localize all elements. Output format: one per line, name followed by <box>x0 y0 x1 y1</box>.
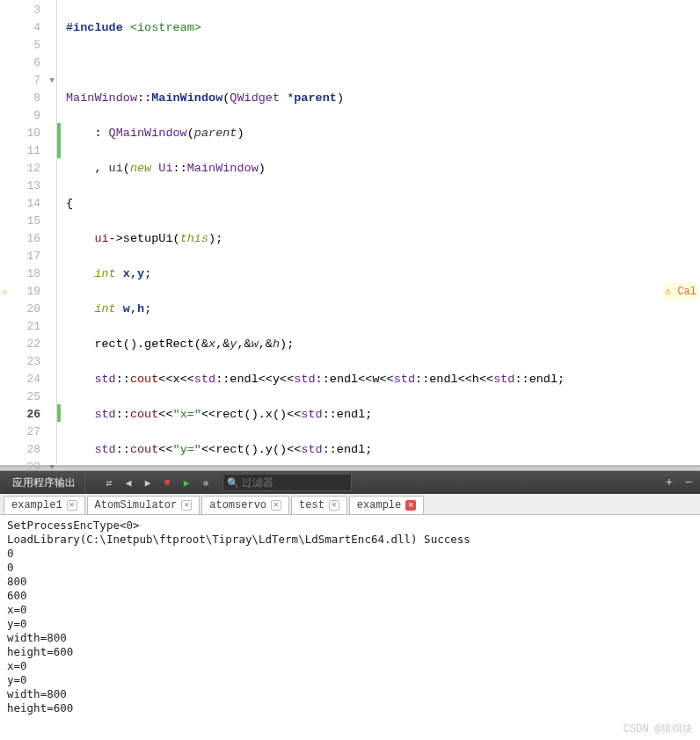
line-number: 13 <box>26 178 56 195</box>
gutter-row[interactable]: 12 <box>0 160 56 178</box>
line-number: 17 <box>26 248 56 265</box>
close-icon[interactable]: ✕ <box>405 500 416 511</box>
line-number: 11 <box>26 142 56 160</box>
gutter-row[interactable]: 21 <box>0 318 56 336</box>
warning-icon: ⚠ <box>2 283 8 301</box>
line-number: 6 <box>33 54 56 72</box>
gutter-row[interactable]: 3 <box>0 2 56 19</box>
line-number: 9 <box>33 107 56 125</box>
line-number: 20 <box>26 301 56 318</box>
tab-label: AtomSimulator <box>95 499 178 511</box>
output-tab[interactable]: example✕ <box>349 496 424 514</box>
fold-icon[interactable]: ▼ <box>50 459 55 476</box>
search-icon: 🔍 <box>227 477 239 489</box>
link-icon[interactable]: ⇄ <box>101 475 117 490</box>
gutter-row[interactable]: 28 <box>0 441 56 459</box>
gutter-row[interactable]: 20 <box>0 301 56 318</box>
add-button[interactable]: + <box>661 475 677 490</box>
close-icon[interactable]: ✕ <box>67 500 77 511</box>
filter-box[interactable]: 🔍 <box>222 474 352 491</box>
gutter-row[interactable]: 22 <box>0 336 56 353</box>
gutter-row[interactable]: 24 <box>0 371 56 388</box>
gutter-row[interactable]: 5 <box>0 37 56 54</box>
stop-icon[interactable]: ■ <box>159 475 175 490</box>
output-tab[interactable]: test✕ <box>291 496 347 514</box>
output-tab[interactable]: AtomSimulator✕ <box>87 496 201 514</box>
filter-input[interactable] <box>242 476 347 489</box>
tab-label: example <box>357 499 401 511</box>
line-number: 26 <box>26 406 56 424</box>
line-number: 8 <box>33 90 56 107</box>
gutter-row[interactable]: 13 <box>0 178 56 195</box>
line-number: 4 <box>33 19 56 37</box>
output-tab[interactable]: example1✕ <box>4 496 85 514</box>
close-icon[interactable]: ✕ <box>271 500 281 511</box>
warning-badge[interactable]: ⚠ Cal <box>663 283 698 301</box>
warning-icon: ⚠ <box>665 286 671 298</box>
line-number: 18 <box>26 265 56 283</box>
run-icon[interactable]: ▶ <box>179 475 194 490</box>
gutter-row[interactable]: 11 <box>0 142 56 160</box>
gutter-row[interactable]: 27 <box>0 424 56 441</box>
gutter-row[interactable]: 8 <box>0 90 56 107</box>
gutter-row[interactable]: 6 <box>0 54 56 72</box>
line-number: 15 <box>26 213 56 230</box>
remove-button[interactable]: − <box>681 475 696 490</box>
output-tab[interactable]: atomservo✕ <box>201 496 289 514</box>
next-icon[interactable]: ▶ <box>140 475 156 490</box>
gutter-row[interactable]: 9 <box>0 107 56 125</box>
gutter-row[interactable]: ⚠19 <box>0 283 56 301</box>
close-icon[interactable]: ✕ <box>181 500 192 511</box>
line-number: 3 <box>33 2 56 19</box>
gutter-row[interactable]: 17 <box>0 248 56 265</box>
gutter-row[interactable]: 10 <box>0 125 56 142</box>
watermark: CSDN @猿饵块 <box>623 722 693 736</box>
gutter-row[interactable]: 18 <box>0 265 56 283</box>
line-number: 5 <box>33 37 56 54</box>
gutter-row[interactable]: 4 <box>0 19 56 37</box>
line-number: 21 <box>26 318 56 336</box>
prev-icon[interactable]: ◀ <box>120 475 136 490</box>
gutter-row[interactable]: 26 <box>0 406 56 424</box>
output-panel: 应用程序输出 ⇄ ◀ ▶ ■ ▶ ✲ 🔍 + − example1✕AtomSi… <box>0 471 700 740</box>
line-number: 24 <box>26 371 56 388</box>
code-area[interactable]: #include <iostream> MainWindow::MainWind… <box>61 0 700 465</box>
line-number: 10 <box>26 125 56 142</box>
line-number: 19 <box>26 283 56 301</box>
gutter-row[interactable]: 23 <box>0 353 56 371</box>
line-number: 14 <box>26 195 56 213</box>
gutter-row[interactable]: 16 <box>0 230 56 248</box>
line-number: 27 <box>26 424 56 441</box>
line-number: 28 <box>26 441 56 459</box>
gutter: 34567▼89101112131415161718⚠1920212223242… <box>0 0 57 465</box>
code-editor[interactable]: 34567▼89101112131415161718⚠1920212223242… <box>0 0 700 466</box>
panel-toolbar: 应用程序输出 ⇄ ◀ ▶ ■ ▶ ✲ 🔍 + − <box>0 471 700 494</box>
tab-label: test <box>299 499 324 511</box>
tab-label: atomservo <box>209 499 266 511</box>
line-number: 25 <box>26 388 56 406</box>
output-tabs: example1✕AtomSimulator✕atomservo✕test✕ex… <box>0 494 700 515</box>
gutter-row[interactable]: 25 <box>0 388 56 406</box>
tab-label: example1 <box>11 499 62 511</box>
close-icon[interactable]: ✕ <box>329 500 339 511</box>
line-number: 23 <box>26 353 56 371</box>
settings-icon[interactable]: ✲ <box>198 475 214 490</box>
output-text[interactable]: SetProcessEncType<0> LoadLibrary(C:\Inet… <box>0 515 700 740</box>
gutter-row[interactable]: 7▼ <box>0 72 56 90</box>
line-number: 22 <box>26 336 56 353</box>
gutter-row[interactable]: 15 <box>0 213 56 230</box>
gutter-row[interactable]: 14 <box>0 195 56 213</box>
line-number: 12 <box>26 160 56 178</box>
gutter-row[interactable]: 29▼ <box>0 459 56 476</box>
line-number: 16 <box>26 230 56 248</box>
fold-icon[interactable]: ▼ <box>50 72 55 90</box>
